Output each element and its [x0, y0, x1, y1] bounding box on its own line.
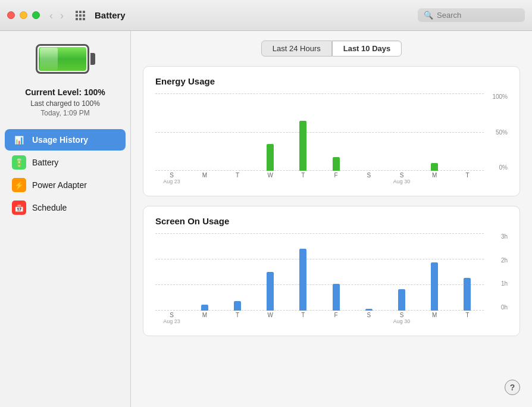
- x-day-label: S: [367, 312, 371, 318]
- traffic-lights: [7, 11, 40, 19]
- energy-bar: [267, 144, 274, 171]
- back-button[interactable]: ‹: [47, 9, 55, 22]
- search-bar[interactable]: 🔍: [418, 8, 525, 22]
- y-label-1h: 1h: [501, 280, 508, 287]
- screen-bar: [398, 289, 405, 311]
- current-level: Current Level: 100%: [25, 87, 105, 97]
- maximize-button[interactable]: [32, 11, 40, 19]
- y-label-0: 0%: [499, 164, 508, 171]
- y-label-50: 50%: [496, 129, 508, 136]
- bar-group: [287, 93, 320, 171]
- usage-history-icon: 📊: [12, 133, 26, 147]
- x-group: T: [221, 311, 254, 328]
- power-adapter-icon: ⚡: [12, 178, 26, 192]
- bar-group: [451, 93, 484, 171]
- x-group: F: [320, 311, 352, 328]
- search-input[interactable]: [437, 11, 520, 20]
- schedule-icon: 📅: [12, 201, 26, 215]
- screen-bar: [201, 305, 208, 311]
- bar-group: [352, 233, 385, 311]
- x-group: M: [418, 311, 451, 328]
- sidebar: Current Level: 100% Last charged to 100%…: [0, 31, 131, 407]
- bar-group: [254, 233, 287, 311]
- bar-group: [155, 233, 188, 311]
- screen-bar: [234, 301, 241, 311]
- minimize-button[interactable]: [20, 11, 27, 19]
- close-button[interactable]: [7, 11, 15, 19]
- y-label-3h: 3h: [501, 233, 508, 240]
- energy-y-labels: 100% 50% 0%: [485, 93, 508, 171]
- energy-bar: [431, 163, 438, 171]
- screen-bars: [155, 233, 484, 311]
- energy-chart-title: Energy Usage: [155, 76, 508, 86]
- x-date-label: Aug 23: [163, 318, 180, 324]
- screen-chart-card: Screen On Usage 3h 2h 1h 0h SAug 23MTWTF…: [143, 206, 520, 336]
- sidebar-item-battery[interactable]: 🔋 Battery: [5, 152, 126, 173]
- window-title: Battery: [95, 10, 418, 20]
- bar-group: [385, 93, 418, 171]
- energy-chart-card: Energy Usage 100% 50% 0% SAug 23MTWTFSSA…: [143, 66, 520, 196]
- y-label-100: 100%: [492, 93, 508, 100]
- x-date-label: Aug 23: [163, 179, 180, 184]
- sidebar-item-power-adapter[interactable]: ⚡ Power Adapter: [5, 174, 126, 196]
- screen-chart-title: Screen On Usage: [155, 216, 508, 226]
- x-group: M: [188, 311, 221, 328]
- x-group: W: [254, 311, 287, 328]
- screen-chart-area: 3h 2h 1h 0h SAug 23MTWTFSSAug 30MT: [155, 233, 508, 328]
- x-day-label: W: [267, 312, 273, 318]
- x-day-label: T: [301, 172, 305, 179]
- bar-group: [320, 93, 352, 171]
- bar-group: [254, 93, 287, 171]
- sidebar-label-schedule: Schedule: [32, 203, 67, 212]
- y-label-0h: 0h: [501, 304, 508, 311]
- x-day-label: M: [432, 312, 437, 318]
- x-day-label: S: [170, 172, 174, 179]
- x-group: SAug 30: [385, 171, 418, 189]
- grid-icon[interactable]: [76, 11, 85, 20]
- x-day-label: S: [170, 312, 174, 318]
- battery-icon: [36, 43, 95, 76]
- bar-group: [221, 93, 254, 171]
- bar-group: [418, 93, 451, 171]
- bar-group: [320, 233, 352, 311]
- x-day-label: F: [334, 312, 338, 318]
- x-day-label: M: [432, 172, 437, 179]
- bar-group: [188, 93, 221, 171]
- sidebar-item-schedule[interactable]: 📅 Schedule: [5, 197, 126, 218]
- bar-group: [352, 93, 385, 171]
- charged-time: Today, 1:09 PM: [40, 109, 90, 117]
- help-button[interactable]: ?: [505, 380, 520, 395]
- x-day-label: S: [400, 312, 404, 318]
- x-group: T: [287, 171, 320, 189]
- x-group: SAug 23: [155, 171, 188, 189]
- nav-buttons: ‹ ›: [47, 9, 66, 22]
- forward-button[interactable]: ›: [58, 9, 66, 22]
- title-bar: ‹ › Battery 🔍: [0, 0, 532, 31]
- bar-group: [385, 233, 418, 311]
- bar-group: [155, 93, 188, 171]
- sidebar-nav: 📊 Usage History 🔋 Battery ⚡ Power Adapte…: [0, 129, 130, 220]
- energy-chart-area: 100% 50% 0% SAug 23MTWTFSSAug 30MT: [155, 93, 508, 189]
- bar-group: [221, 233, 254, 311]
- bar-group: [287, 233, 320, 311]
- x-group: SAug 30: [385, 311, 418, 328]
- tab-last-24-hours[interactable]: Last 24 Hours: [261, 40, 332, 57]
- screen-bar: [464, 278, 471, 311]
- x-day-label: T: [301, 312, 305, 318]
- x-group: S: [352, 171, 385, 189]
- x-day-label: W: [267, 172, 273, 179]
- battery-menu-icon: 🔋: [12, 155, 26, 170]
- x-group: T: [287, 311, 320, 328]
- search-icon: 🔍: [424, 11, 433, 20]
- screen-x-axis: SAug 23MTWTFSSAug 30MT: [155, 311, 484, 328]
- screen-bar: [299, 249, 306, 311]
- right-panel: Last 24 Hours Last 10 Days Energy Usage …: [131, 31, 532, 407]
- main-content: Current Level: 100% Last charged to 100%…: [0, 31, 532, 407]
- sidebar-item-usage-history[interactable]: 📊 Usage History: [5, 129, 126, 151]
- energy-x-axis: SAug 23MTWTFSSAug 30MT: [155, 171, 484, 189]
- tab-last-10-days[interactable]: Last 10 Days: [332, 40, 402, 57]
- tab-bar: Last 24 Hours Last 10 Days: [143, 40, 520, 57]
- x-group: T: [451, 311, 484, 328]
- bar-group: [451, 233, 484, 311]
- x-group: M: [188, 171, 221, 189]
